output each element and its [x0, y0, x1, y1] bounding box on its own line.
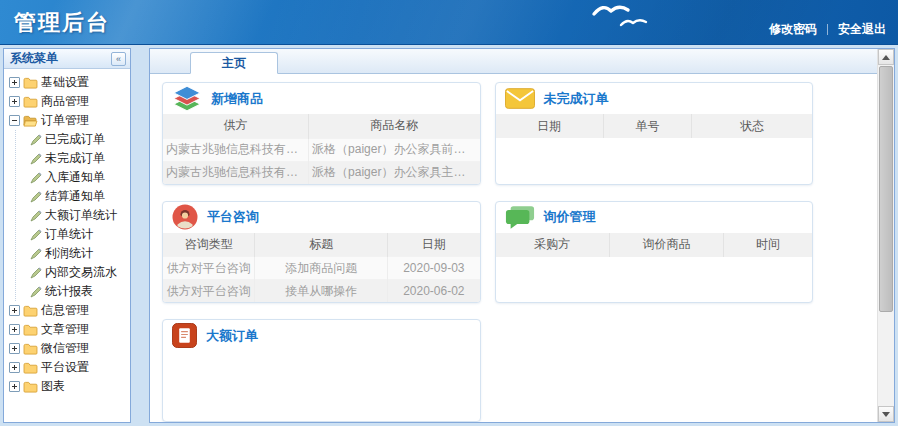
panel-table: 咨询类型标题日期供方对平台咨询添加商品问题2020-09-03供方对平台咨询接单… [163, 233, 480, 304]
tree-expander-icon[interactable] [9, 362, 20, 373]
table-cell: 采购方对平台咨询 [163, 303, 255, 304]
sidebar-tree-leaf[interactable]: 入库通知单 [16, 168, 130, 187]
table-row: 采购方对平台咨询需要的办公用品没上架2020-02-28 [163, 303, 480, 304]
column-header: 日期 [388, 233, 480, 257]
panel-large-orders: 大额订单 [162, 319, 481, 422]
sidebar-tree-leaf[interactable]: 利润统计 [16, 244, 130, 263]
column-header: 供方 [163, 114, 309, 138]
table-header-row: 日期单号状态 [496, 114, 813, 138]
panel-title: 未完成订单 [544, 90, 609, 108]
table-cell: 内蒙古兆驰信息科技有限公司 [163, 161, 309, 184]
table-cell: 接单从哪操作 [255, 280, 388, 303]
scrollbar-track[interactable] [878, 65, 894, 406]
tree-expander-icon[interactable] [9, 381, 20, 392]
tool-icon [30, 286, 42, 298]
change-password-link[interactable]: 修改密码 [769, 21, 817, 38]
tree-leaf-label: 统计报表 [45, 283, 93, 300]
tree-expander-icon[interactable] [9, 96, 20, 107]
sidebar-tree-node[interactable]: 微信管理 [7, 339, 130, 358]
panel-table: 采购方询价商品时间 [496, 233, 813, 257]
panel-title: 平台咨询 [207, 208, 259, 226]
tree-expander-icon[interactable] [9, 324, 20, 335]
tool-icon [30, 267, 42, 279]
table-cell: 供方对平台咨询 [163, 280, 255, 303]
panel-title: 新增商品 [211, 90, 263, 108]
tool-icon [30, 153, 42, 165]
scrollbar-thumb[interactable] [879, 66, 893, 312]
panel-title: 询价管理 [544, 208, 596, 226]
tab-strip: 主页 [150, 49, 877, 74]
tree-leaf-label: 结算通知单 [45, 188, 105, 205]
tool-icon [30, 191, 42, 203]
folder-icon [23, 305, 38, 317]
tree-expander-icon[interactable] [9, 77, 20, 88]
tool-icon [30, 210, 42, 222]
sidebar-tree-node[interactable]: 文章管理 [7, 320, 130, 339]
panel-table: 供方商品名称内蒙古兆驰信息科技有限公司派格（paiger）办公家具前台P-内蒙古… [163, 114, 480, 185]
tree-node-label: 图表 [41, 378, 65, 395]
scroll-up-button[interactable] [878, 49, 894, 65]
folder-icon [23, 362, 38, 374]
tree-node-label: 信息管理 [41, 302, 89, 319]
sidebar-tree-leaf[interactable]: 未完成订单 [16, 149, 130, 168]
tree-node-label: 文章管理 [41, 321, 89, 338]
layers-icon [172, 85, 202, 112]
tree-node-label: 商品管理 [41, 93, 89, 110]
tree-expander-icon[interactable] [9, 343, 20, 354]
page-title: 管理后台 [14, 8, 110, 38]
sidebar-tree-node[interactable]: 平台设置 [7, 358, 130, 377]
column-header: 日期 [496, 114, 604, 138]
tab-home[interactable]: 主页 [190, 52, 278, 74]
tree-node-label: 基础设置 [41, 74, 89, 91]
folder-open-icon [23, 115, 38, 127]
sidebar-tree-leaf[interactable]: 内部交易流水 [16, 263, 130, 282]
sidebar-tree-leaf[interactable]: 结算通知单 [16, 187, 130, 206]
main-scrollbar[interactable] [877, 49, 894, 422]
header-link-separator [827, 24, 828, 35]
folder-icon [23, 381, 38, 393]
sidebar-tree: 基础设置商品管理订单管理已完成订单未完成订单入库通知单结算通知单大额订单统计订单… [4, 69, 130, 396]
table-cell: 内蒙古兆驰信息科技有限公司 [163, 138, 309, 161]
scroll-down-button[interactable] [878, 406, 894, 422]
tool-icon [30, 229, 42, 241]
sidebar-tree-leaf[interactable]: 大额订单统计 [16, 206, 130, 225]
tree-expander-icon[interactable] [9, 115, 20, 126]
tree-leaf-label: 已完成订单 [45, 131, 105, 148]
sidebar-tree-leaf[interactable]: 已完成订单 [16, 130, 130, 149]
panel-body: 供方商品名称内蒙古兆驰信息科技有限公司派格（paiger）办公家具前台P-内蒙古… [163, 114, 480, 185]
panel-table: 日期单号状态 [496, 114, 813, 138]
panel-header: 平台咨询 [163, 202, 480, 233]
tree-children: 已完成订单未完成订单入库通知单结算通知单大额订单统计订单统计利润统计内部交易流水… [15, 130, 130, 301]
sidebar-tree-node[interactable]: 商品管理 [7, 92, 130, 111]
sidebar-collapse-button[interactable]: « [111, 52, 126, 66]
dashboard-panels: 新增商品供方商品名称内蒙古兆驰信息科技有限公司派格（paiger）办公家具前台P… [150, 74, 877, 422]
table-row: 内蒙古兆驰信息科技有限公司派格（paiger）办公家具主管桌P [163, 161, 480, 184]
sidebar-tree-leaf[interactable]: 订单统计 [16, 225, 130, 244]
column-header: 时间 [723, 233, 812, 257]
tool-icon [30, 172, 42, 184]
table-cell: 2020-09-03 [388, 257, 480, 280]
logout-link[interactable]: 安全退出 [838, 21, 886, 38]
tree-expander-icon[interactable] [9, 305, 20, 316]
column-header: 单号 [603, 114, 692, 138]
panel-body [163, 351, 480, 422]
sidebar-tree-node[interactable]: 信息管理 [7, 301, 130, 320]
sidebar-tree-node[interactable]: 图表 [7, 377, 130, 396]
panel-body: 采购方询价商品时间 [496, 233, 813, 304]
column-header: 采购方 [496, 233, 610, 257]
tree-leaf-label: 利润统计 [45, 245, 93, 262]
table-header-row: 采购方询价商品时间 [496, 233, 813, 257]
tree-node-label: 微信管理 [41, 340, 89, 357]
main-area: 主页 新增商品供方商品名称内蒙古兆驰信息科技有限公司派格（paiger）办公家具… [149, 48, 895, 423]
tree-node-label: 订单管理 [41, 112, 89, 129]
table-cell: 内蒙古兆驰信息科技有限公司 [163, 184, 309, 185]
sidebar-tree-node[interactable]: 订单管理 [7, 111, 130, 130]
table-row: 内蒙古兆驰信息科技有限公司派格（paiger）办公家具前台P- [163, 138, 480, 161]
table-cell: 供方对平台咨询 [163, 257, 255, 280]
sidebar-tree-leaf[interactable]: 统计报表 [16, 282, 130, 301]
column-header: 状态 [692, 114, 812, 138]
column-header: 询价商品 [609, 233, 723, 257]
sidebar: 系统菜单 « 基础设置商品管理订单管理已完成订单未完成订单入库通知单结算通知单大… [3, 48, 131, 423]
arrow-up-icon [882, 55, 890, 60]
sidebar-tree-node[interactable]: 基础设置 [7, 73, 130, 92]
